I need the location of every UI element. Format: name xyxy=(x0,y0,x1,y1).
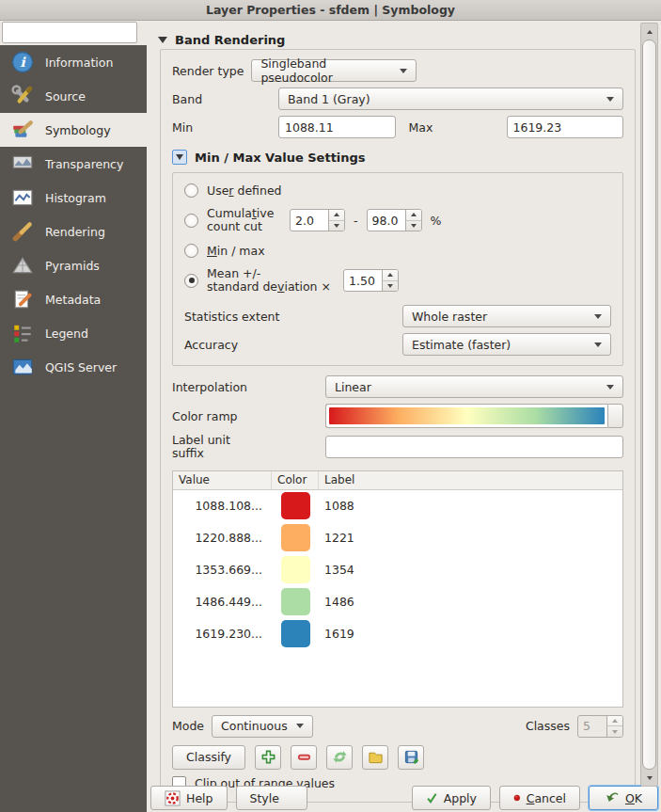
titlebar[interactable]: Layer Properties - sfdem | Symbology xyxy=(0,0,661,21)
spin-up-button[interactable] xyxy=(329,210,344,221)
classify-button[interactable]: Classify xyxy=(172,745,245,770)
scroll-up-button[interactable] xyxy=(641,24,657,39)
sidebar-item-legend[interactable]: Legend xyxy=(0,316,147,350)
value-cell[interactable]: 1353.669... xyxy=(173,563,272,577)
column-header-value[interactable]: Value xyxy=(173,471,272,489)
sidebar-item-information[interactable]: i Information xyxy=(0,45,147,79)
sidebar-item-qgis-server[interactable]: QGIS Server xyxy=(0,350,147,384)
sidebar-item-transparency[interactable]: Transparency xyxy=(0,147,147,181)
cumulative-low-spinbox[interactable] xyxy=(290,209,345,231)
style-button[interactable]: Style xyxy=(236,786,307,810)
color-swatch[interactable] xyxy=(281,492,310,519)
help-button[interactable]: Help xyxy=(150,786,228,810)
table-row[interactable]: 1486.449... 1486 xyxy=(173,586,622,618)
sidebar: i Information Source xyxy=(0,21,147,812)
source-icon xyxy=(11,85,34,107)
table-row[interactable]: 1088.108... 1088 xyxy=(173,490,622,522)
scroll-down-button[interactable] xyxy=(641,771,657,785)
ok-button[interactable]: OK xyxy=(589,786,658,810)
interpolation-select[interactable]: Linear xyxy=(325,375,623,398)
spin-down-button[interactable] xyxy=(406,221,421,231)
label-cell[interactable]: 1486 xyxy=(319,595,622,609)
color-ramp-button[interactable] xyxy=(325,404,607,428)
minmax-settings-header[interactable]: Min / Max Value Settings xyxy=(172,148,623,167)
spin-down-button[interactable] xyxy=(383,281,398,292)
accuracy-row: Accuracy Estimate (faster) xyxy=(184,333,611,356)
spin-up-button[interactable] xyxy=(406,210,421,221)
color-swatch[interactable] xyxy=(281,588,310,615)
color-cell[interactable] xyxy=(272,588,319,615)
table-header[interactable]: Value Color Label xyxy=(173,471,622,490)
load-color-map-button[interactable] xyxy=(362,745,388,770)
label-cell[interactable]: 1354 xyxy=(319,563,622,577)
sidebar-item-symbology[interactable]: Symbology xyxy=(0,113,147,147)
sidebar-item-pyramids[interactable]: Pyramids xyxy=(0,248,147,282)
band-select[interactable]: Band 1 (Gray) xyxy=(278,88,623,110)
color-cell[interactable] xyxy=(272,524,319,551)
stddev-input[interactable] xyxy=(344,270,382,291)
cumulative-radio[interactable] xyxy=(184,214,198,228)
max-input[interactable] xyxy=(507,116,624,138)
band-row: Band Band 1 (Gray) xyxy=(172,88,623,110)
cancel-button[interactable]: Cancel xyxy=(499,786,580,810)
remove-entry-button[interactable] xyxy=(291,745,317,770)
refresh-button[interactable] xyxy=(326,745,353,770)
value-cell[interactable]: 1486.449... xyxy=(173,595,272,609)
value-cell[interactable]: 1220.888... xyxy=(173,531,272,545)
spin-down-button[interactable] xyxy=(329,221,344,231)
sidebar-item-metadata[interactable]: Metadata xyxy=(0,282,147,316)
color-cell[interactable] xyxy=(272,556,319,583)
accuracy-select[interactable]: Estimate (faster) xyxy=(402,333,611,356)
user-defined-radio[interactable] xyxy=(184,183,198,198)
statistics-extent-select[interactable]: Whole raster xyxy=(402,305,611,327)
table-row[interactable]: 1220.888... 1221 xyxy=(173,522,622,554)
render-type-select[interactable]: Singleband pseudocolor xyxy=(251,59,417,82)
color-ramp-dropdown-button[interactable] xyxy=(607,404,623,428)
collapse-button[interactable] xyxy=(172,150,187,165)
sidebar-item-rendering[interactable]: Rendering xyxy=(0,215,147,248)
sidebar-item-histogram[interactable]: Histogram xyxy=(0,181,147,215)
column-header-color[interactable]: Color xyxy=(272,471,319,489)
scrollbar-thumb[interactable] xyxy=(642,40,656,770)
sidebar-item-label: QGIS Server xyxy=(45,360,117,374)
refresh-icon xyxy=(332,749,348,765)
value-cell[interactable]: 1088.108... xyxy=(173,499,272,513)
label-cell[interactable]: 1088 xyxy=(319,499,622,513)
add-entry-button[interactable] xyxy=(255,745,281,770)
mode-label: Mode xyxy=(172,719,204,733)
save-color-map-button[interactable] xyxy=(398,745,424,770)
table-row[interactable]: 1619.230... 1619 xyxy=(173,618,622,650)
mode-select[interactable]: Continuous xyxy=(212,715,313,738)
band-rendering-header[interactable]: Band Rendering xyxy=(158,30,637,49)
sidebar-nav: i Information Source xyxy=(0,45,147,384)
spin-buttons[interactable] xyxy=(405,210,421,231)
table-row[interactable]: 1353.669... 1354 xyxy=(173,554,622,586)
dialog-footer: Help Style Apply Cancel OK xyxy=(150,786,658,810)
color-cell[interactable] xyxy=(272,492,319,519)
search-input[interactable] xyxy=(2,22,137,43)
spin-buttons[interactable] xyxy=(328,210,344,231)
cumulative-low-input[interactable] xyxy=(291,210,328,231)
classes-label: Classes xyxy=(526,719,570,733)
stddev-spinbox[interactable] xyxy=(343,269,399,292)
cumulative-high-spinbox[interactable] xyxy=(367,209,422,231)
vertical-scrollbar[interactable] xyxy=(640,23,658,787)
min-input[interactable] xyxy=(278,116,396,138)
color-swatch[interactable] xyxy=(281,556,310,583)
cumulative-high-input[interactable] xyxy=(368,210,405,231)
color-cell[interactable] xyxy=(272,620,319,647)
label-unit-input[interactable] xyxy=(325,436,623,458)
spin-buttons[interactable] xyxy=(382,270,398,291)
color-swatch[interactable] xyxy=(281,620,310,647)
spin-up-button[interactable] xyxy=(383,270,398,281)
label-cell[interactable]: 1221 xyxy=(319,531,622,545)
label-cell[interactable]: 1619 xyxy=(319,627,622,641)
mean-stddev-radio[interactable] xyxy=(184,274,198,288)
sidebar-item-source[interactable]: Source xyxy=(0,79,147,113)
column-header-label[interactable]: Label xyxy=(319,471,622,489)
apply-button[interactable]: Apply xyxy=(412,786,491,810)
value-cell[interactable]: 1619.230... xyxy=(173,627,272,641)
min-max-radio[interactable] xyxy=(184,244,198,258)
color-swatch[interactable] xyxy=(281,524,310,551)
sidebar-item-label: Histogram xyxy=(45,191,106,205)
